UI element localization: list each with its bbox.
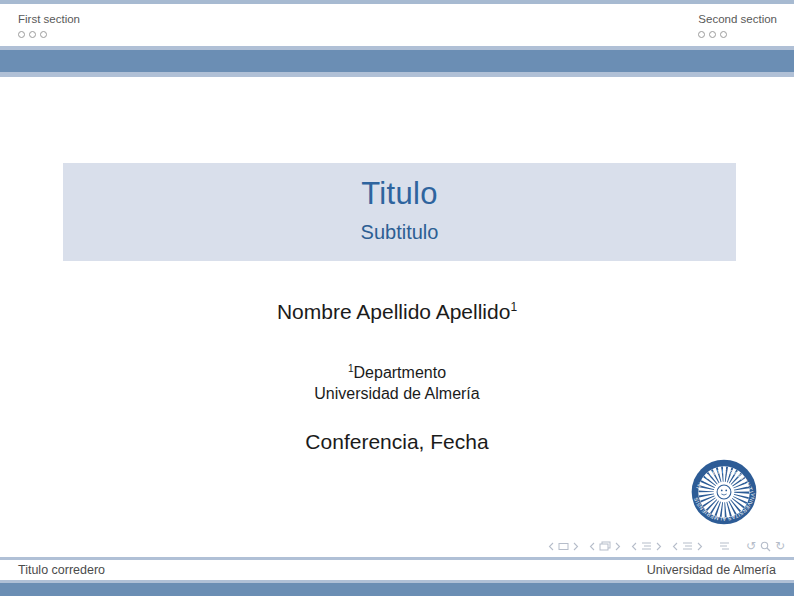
slide-dots-second[interactable]: [698, 31, 777, 38]
search-icon[interactable]: [760, 541, 771, 552]
navigation-bar: ↺ ↻: [0, 539, 785, 553]
prev-section-icon[interactable]: [672, 542, 678, 551]
title-block: Titulo Subtitulo: [63, 163, 736, 261]
section-link-second[interactable]: Second section: [698, 12, 777, 27]
footer-running-title: Titulo corredero: [18, 563, 105, 577]
university-seal-logo: IN LUMINE SAPIENTIA VNIVERSITAS ALMERIEN…: [691, 459, 757, 525]
mini-frame-dot[interactable]: [709, 31, 716, 38]
slide-dots-first[interactable]: [18, 31, 80, 38]
slide-title: Titulo: [63, 172, 736, 216]
mini-frame-dot[interactable]: [18, 31, 25, 38]
footer-university-name: Universidad de Almería: [647, 563, 776, 577]
slide-icon[interactable]: [558, 542, 569, 551]
footer-blue-bar: [0, 583, 794, 596]
section-icon[interactable]: [682, 541, 693, 551]
institute-department: Departmento: [354, 364, 447, 381]
back-icon[interactable]: ↺: [746, 540, 756, 552]
mini-frame-dot[interactable]: [720, 31, 727, 38]
next-slide-icon[interactable]: [573, 542, 579, 551]
section-link-first[interactable]: First section: [18, 12, 80, 27]
mini-frame-dot[interactable]: [29, 31, 36, 38]
nav-group-slide: [548, 542, 579, 551]
author-name: Nombre Apellido Apellido: [277, 300, 510, 323]
author-footnote-mark: 1: [510, 300, 517, 314]
mini-frame-dot[interactable]: [698, 31, 705, 38]
forward-icon[interactable]: ↻: [775, 540, 785, 552]
nav-group-appendix: [719, 541, 730, 551]
prev-frame-icon[interactable]: [589, 542, 595, 551]
prev-subsection-icon[interactable]: [631, 542, 637, 551]
accent-band-lower: [0, 72, 794, 77]
next-subsection-icon[interactable]: [656, 542, 662, 551]
headline-strip: First section Second section: [0, 4, 794, 46]
seal-graphic: IN LUMINE SAPIENTIA VNIVERSITAS ALMERIEN…: [691, 459, 757, 525]
footer-strip: Titulo corredero Universidad de Almería: [0, 560, 794, 580]
nav-group-frame: [589, 541, 621, 551]
institute-block: 1Departmento Universidad de Almería: [0, 358, 794, 404]
sun-face: [717, 485, 731, 499]
nav-group-subsection: [631, 541, 662, 551]
institute-department-line: 1Departmento: [0, 358, 794, 383]
header-section-first: First section: [18, 12, 80, 38]
nav-group-history: ↺ ↻: [746, 540, 785, 552]
frame-icon[interactable]: [599, 541, 611, 551]
subsection-icon[interactable]: [641, 541, 652, 551]
conference-date: Conferencia, Fecha: [0, 430, 794, 454]
prev-slide-icon[interactable]: [548, 542, 554, 551]
author-line: Nombre Apellido Apellido1: [0, 300, 794, 324]
mini-frame-dot[interactable]: [40, 31, 47, 38]
header-section-second: Second section: [698, 12, 777, 38]
next-frame-icon[interactable]: [615, 542, 621, 551]
institute-university: Universidad de Almería: [0, 383, 794, 404]
slide-subtitle: Subtitulo: [63, 216, 736, 249]
nav-group-section: [672, 541, 703, 551]
next-section-icon[interactable]: [697, 542, 703, 551]
primary-blue-bar: [0, 50, 794, 72]
appendix-icon[interactable]: [719, 541, 730, 551]
